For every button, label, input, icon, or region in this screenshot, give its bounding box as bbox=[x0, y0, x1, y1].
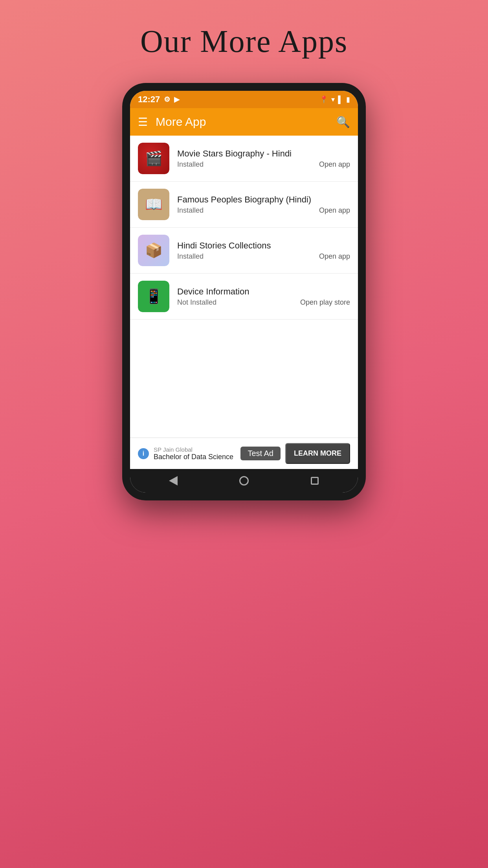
app-name: Famous Peoples Biography (Hindi) bbox=[177, 195, 350, 205]
signal-icon: ▌ bbox=[338, 96, 343, 104]
ad-text: SP Jain Global Bachelor of Data Science bbox=[154, 446, 236, 461]
status-right: 📍 ▾ ▌ ▮ bbox=[319, 95, 350, 104]
phone-screen: 12:27 ⚙ ▶ 📍 ▾ ▌ ▮ ☰ More App 🔍 bbox=[130, 91, 358, 493]
app-icon-biography bbox=[138, 189, 169, 220]
app-status-row: Installed Open app bbox=[177, 160, 350, 169]
app-info: Movie Stars Biography - Hindi Installed … bbox=[177, 149, 350, 169]
status-bar: 12:27 ⚙ ▶ 📍 ▾ ▌ ▮ bbox=[130, 91, 358, 108]
ad-info-icon: i bbox=[138, 448, 149, 459]
app-icon-stories bbox=[138, 235, 169, 266]
app-action[interactable]: Open app bbox=[319, 252, 350, 261]
navigation-bar bbox=[130, 469, 358, 493]
recents-button[interactable] bbox=[307, 473, 323, 489]
app-status: Installed bbox=[177, 160, 204, 169]
status-time: 12:27 bbox=[138, 94, 160, 105]
home-button[interactable] bbox=[236, 473, 252, 489]
empty-content-area bbox=[130, 320, 358, 438]
app-status-row: Not Installed Open play store bbox=[177, 298, 350, 307]
app-bar: ☰ More App 🔍 bbox=[130, 108, 358, 136]
app-icon-movie bbox=[138, 143, 169, 174]
location-icon: 📍 bbox=[319, 95, 328, 104]
app-action[interactable]: Open app bbox=[319, 206, 350, 215]
app-name: Movie Stars Biography - Hindi bbox=[177, 149, 350, 159]
settings-icon: ⚙ bbox=[164, 95, 170, 104]
app-status: Installed bbox=[177, 206, 204, 215]
app-item[interactable]: Hindi Stories Collections Installed Open… bbox=[130, 228, 358, 274]
app-action[interactable]: Open app bbox=[319, 160, 350, 169]
app-status: Not Installed bbox=[177, 298, 216, 307]
app-status-row: Installed Open app bbox=[177, 252, 350, 261]
ad-sponsor: SP Jain Global bbox=[154, 446, 236, 453]
app-name: Device Information bbox=[177, 287, 350, 297]
recents-icon bbox=[311, 477, 319, 485]
app-name: Hindi Stories Collections bbox=[177, 241, 350, 251]
phone-device: 12:27 ⚙ ▶ 📍 ▾ ▌ ▮ ☰ More App 🔍 bbox=[122, 83, 366, 500]
app-item[interactable]: Device Information Not Installed Open pl… bbox=[130, 274, 358, 320]
search-icon[interactable]: 🔍 bbox=[336, 116, 350, 129]
status-left: 12:27 ⚙ ▶ bbox=[138, 94, 180, 105]
ad-learn-more-button[interactable]: LEARN MORE bbox=[285, 443, 350, 464]
app-info: Famous Peoples Biography (Hindi) Install… bbox=[177, 195, 350, 215]
ad-banner[interactable]: i SP Jain Global Bachelor of Data Scienc… bbox=[130, 438, 358, 469]
back-button[interactable] bbox=[165, 473, 181, 489]
app-item[interactable]: Movie Stars Biography - Hindi Installed … bbox=[130, 136, 358, 182]
battery-icon: ▮ bbox=[346, 95, 350, 104]
app-info: Hindi Stories Collections Installed Open… bbox=[177, 241, 350, 261]
hamburger-icon[interactable]: ☰ bbox=[138, 116, 148, 129]
app-status: Installed bbox=[177, 252, 204, 261]
page-background-title: Our More Apps bbox=[140, 24, 348, 59]
app-status-row: Installed Open app bbox=[177, 206, 350, 215]
back-icon bbox=[169, 476, 178, 485]
home-icon bbox=[239, 476, 249, 485]
app-info: Device Information Not Installed Open pl… bbox=[177, 287, 350, 307]
app-action-playstore[interactable]: Open play store bbox=[300, 298, 350, 307]
content-area: Movie Stars Biography - Hindi Installed … bbox=[130, 136, 358, 469]
app-item[interactable]: Famous Peoples Biography (Hindi) Install… bbox=[130, 182, 358, 228]
app-bar-title: More App bbox=[156, 115, 336, 129]
play-icon: ▶ bbox=[174, 95, 180, 104]
app-icon-device bbox=[138, 281, 169, 312]
ad-title: Bachelor of Data Science bbox=[154, 453, 236, 461]
wifi-icon: ▾ bbox=[331, 95, 335, 104]
ad-test-badge: Test Ad bbox=[240, 447, 281, 460]
